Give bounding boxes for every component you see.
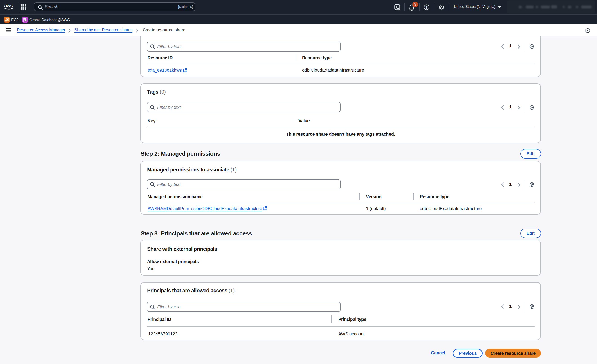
svg-text:aws: aws <box>4 3 13 8</box>
svg-text:?: ? <box>426 5 428 9</box>
